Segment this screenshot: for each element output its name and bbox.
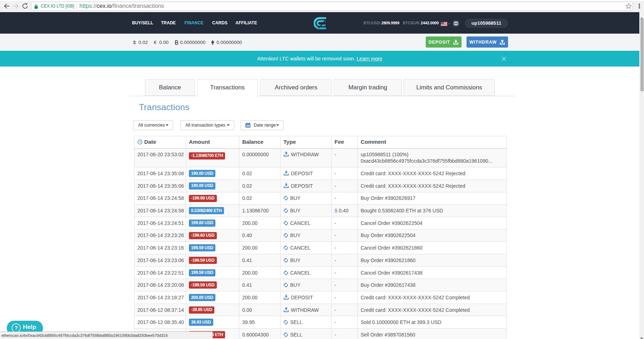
svg-text:?: ? xyxy=(14,325,18,331)
